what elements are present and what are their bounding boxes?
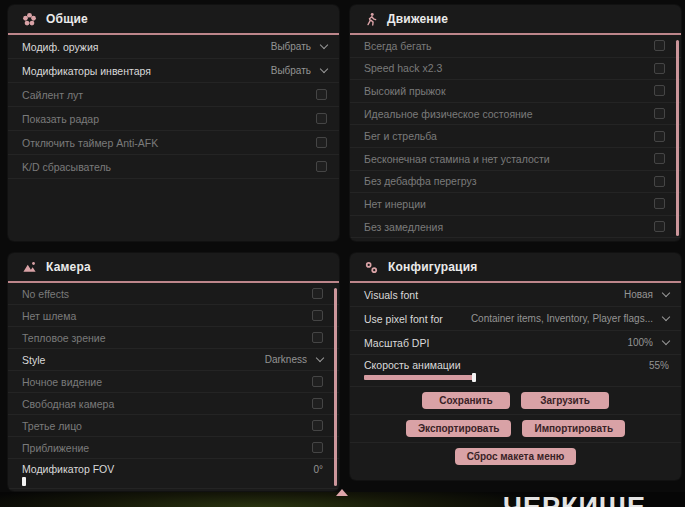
setting-row-dropdown[interactable]: Масштаб DPI100%	[350, 331, 681, 355]
checkbox[interactable]	[312, 332, 323, 343]
checkbox[interactable]	[654, 198, 665, 209]
dropdown-control[interactable]: Darkness	[265, 354, 323, 365]
setting-label: Бег и стрельба	[364, 130, 437, 142]
setting-row-content: Нет инерции	[364, 198, 665, 210]
setting-row-checkbox[interactable]: Приближение	[8, 437, 339, 459]
dropdown-control[interactable]: 100%	[627, 337, 669, 348]
dropdown-control[interactable]: Выбрать	[271, 41, 327, 52]
chevron-down-icon	[662, 313, 670, 321]
action-button[interactable]: Сохранить	[422, 392, 510, 409]
panel-general: Общие Модиф. оружияВыбратьМодификаторы и…	[8, 5, 339, 241]
setting-row-checkbox[interactable]: Бесконечная стамина и нет усталости	[350, 148, 681, 171]
setting-row-checkbox[interactable]: Высокий прыжок	[350, 80, 681, 103]
setting-row-content: Скорость анимации55%	[364, 359, 669, 371]
setting-row-content: Use pixel font forContainer items, Inven…	[364, 313, 669, 325]
checkbox[interactable]	[312, 420, 323, 431]
setting-row-checkbox[interactable]: Ночное видение	[8, 371, 339, 393]
setting-row-dropdown[interactable]: Модификаторы инвентаряВыбрать	[8, 59, 339, 83]
setting-row-content: Тепловое зрение	[22, 332, 323, 344]
checkbox[interactable]	[654, 131, 665, 142]
runner-icon	[364, 12, 378, 27]
setting-row-dropdown[interactable]: Use pixel font forContainer items, Inven…	[350, 307, 681, 331]
setting-row-checkbox[interactable]: Бег и стрельба	[350, 125, 681, 148]
setting-label: K/D сбрасыватель	[22, 161, 111, 173]
scrollbar[interactable]	[676, 40, 679, 236]
action-button[interactable]: Экспортировать	[406, 420, 512, 437]
button-row: Сброс макета меню	[350, 443, 681, 470]
checkbox[interactable]	[312, 376, 323, 387]
setting-row-checkbox[interactable]: Speed hack x2.3	[350, 58, 681, 81]
setting-row-content: Всегда бегать	[364, 40, 665, 52]
dropdown-control[interactable]: Container items, Inventory, Player flags…	[471, 313, 669, 324]
dropdown-value: Container items, Inventory, Player flags…	[471, 313, 653, 324]
setting-row-dropdown[interactable]: Модиф. оружияВыбрать	[8, 35, 339, 59]
setting-label: Модиф. оружия	[22, 41, 98, 53]
slider-handle[interactable]	[22, 477, 26, 486]
setting-row-checkbox[interactable]: K/D сбрасыватель	[8, 155, 339, 179]
checkbox[interactable]	[312, 398, 323, 409]
setting-label: Модификатор FOV	[22, 463, 114, 475]
cursor-pointer-triangle	[336, 489, 348, 496]
scrollbar[interactable]	[334, 288, 337, 486]
checkbox[interactable]	[654, 176, 665, 187]
chevron-down-icon	[662, 289, 670, 297]
setting-row-checkbox[interactable]: Показать радар	[8, 107, 339, 131]
setting-label: Speed hack x2.3	[364, 62, 442, 74]
checkbox[interactable]	[316, 89, 327, 100]
setting-row-checkbox[interactable]: Без дебаффа перегруз	[350, 171, 681, 194]
setting-label: Высокий прыжок	[364, 85, 446, 97]
checkbox[interactable]	[654, 40, 665, 51]
checkbox[interactable]	[316, 161, 327, 172]
dropdown-control[interactable]: Выбрать	[271, 65, 327, 76]
checkbox[interactable]	[312, 442, 323, 453]
image-icon	[22, 260, 37, 274]
checkbox[interactable]	[654, 221, 665, 232]
setting-row-checkbox[interactable]: Идеальное физическое состояние	[350, 103, 681, 126]
setting-row-checkbox[interactable]: Всегда бегать	[350, 35, 681, 58]
setting-row-content: Третье лицо	[22, 420, 323, 432]
setting-row-content: Нет шлема	[22, 310, 323, 322]
action-button[interactable]: Загрузить	[521, 392, 609, 409]
setting-row-dropdown[interactable]: StyleDarkness	[8, 349, 339, 371]
setting-row-checkbox[interactable]: Отключить таймер Anti-AFK	[8, 131, 339, 155]
setting-row-checkbox[interactable]: Тепловое зрение	[8, 327, 339, 349]
setting-row-checkbox[interactable]: Третье лицо	[8, 415, 339, 437]
slider-track[interactable]	[22, 479, 222, 484]
setting-row-content: Модификатор FOV0°	[22, 463, 323, 475]
setting-row-checkbox[interactable]: No effects	[8, 283, 339, 305]
checkbox[interactable]	[654, 108, 665, 119]
setting-row-checkbox[interactable]: Сайлент лут	[8, 83, 339, 107]
setting-row-slider[interactable]: Модификатор FOV0°	[8, 459, 339, 489]
setting-row-checkbox[interactable]: Нет шлема	[8, 305, 339, 327]
checkbox[interactable]	[654, 85, 665, 96]
setting-row-content: Speed hack x2.3	[364, 62, 665, 74]
setting-row-dropdown[interactable]: Visuals fontНовая	[350, 283, 681, 307]
setting-label: Свободная камера	[22, 398, 114, 410]
action-button[interactable]: Сброс макета меню	[455, 448, 577, 465]
checkbox[interactable]	[316, 137, 327, 148]
action-button[interactable]: Импортировать	[522, 420, 625, 437]
panel-title: Общие	[46, 12, 88, 26]
checkbox[interactable]	[654, 63, 665, 74]
setting-row-slider[interactable]: Скорость анимации55%	[350, 355, 681, 387]
setting-row-checkbox[interactable]: Нет инерции	[350, 193, 681, 216]
slider-track[interactable]	[364, 375, 564, 380]
setting-label: Всегда бегать	[364, 40, 432, 52]
setting-row-content: Модиф. оружияВыбрать	[22, 41, 327, 53]
setting-row-content: Без замедления	[364, 221, 665, 233]
setting-row-checkbox[interactable]: Без замедления	[350, 216, 681, 239]
setting-label: Без дебаффа перегруз	[364, 175, 477, 187]
setting-row-content: Сайлент лут	[22, 89, 327, 101]
setting-label: Идеальное физическое состояние	[364, 108, 533, 120]
setting-row-checkbox[interactable]: Свободная камера	[8, 393, 339, 415]
checkbox[interactable]	[654, 153, 665, 164]
checkbox[interactable]	[312, 310, 323, 321]
setting-label: Бесконечная стамина и нет усталости	[364, 153, 550, 165]
dropdown-control[interactable]: Новая	[624, 289, 669, 300]
checkbox[interactable]	[312, 288, 323, 299]
dropdown-value: Выбрать	[271, 65, 311, 76]
checkbox[interactable]	[316, 113, 327, 124]
setting-row-content: Свободная камера	[22, 398, 323, 410]
slider-handle[interactable]	[472, 373, 476, 382]
setting-row-content: K/D сбрасыватель	[22, 161, 327, 173]
